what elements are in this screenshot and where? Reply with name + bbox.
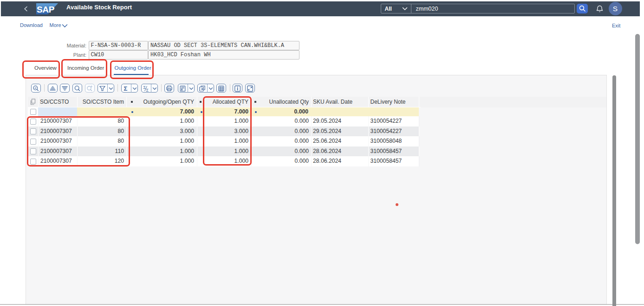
- svg-text:SAP: SAP: [37, 4, 55, 14]
- svg-text:Σ: Σ: [124, 85, 128, 92]
- svg-text:Σ: Σ: [146, 88, 149, 93]
